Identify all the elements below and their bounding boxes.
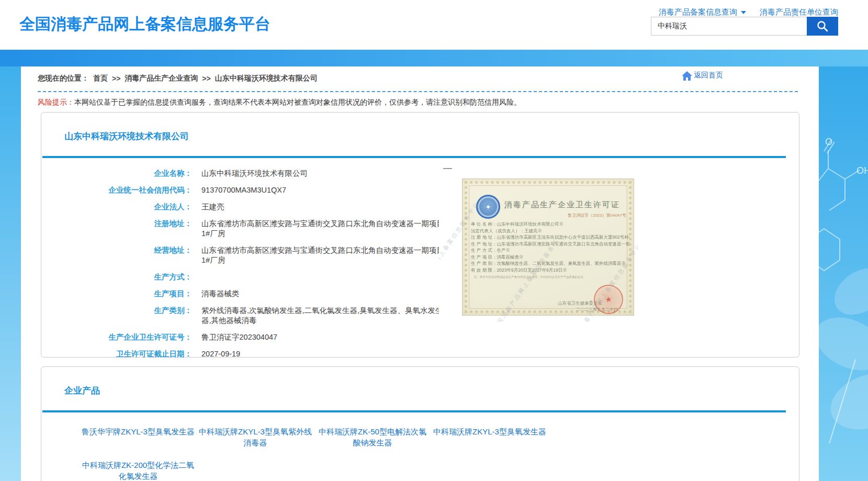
page: O OH 全国消毒产品网上备案信息服务平台 消毒产品备案信息查询 消毒产品责任单… (0, 0, 868, 481)
scan-artifact-dash (443, 168, 452, 169)
certificate-body-lines: 单 位 名 称：山东中科瑞沃环境技术有限公司※ 法定代表人（或负责人）：王建亮※… (471, 221, 629, 273)
product-link[interactable]: 中科瑞沃牌ZK-50型电解法次氯酸钠发生器 (315, 426, 430, 448)
field-row-legal-person: 企业法人： 王建亮 (41, 202, 799, 212)
certificate-line: 生 产 项 目：消毒器械类※ (471, 254, 629, 261)
field-row-registered-address: 注册地址： 山东省潍坊市高新区潍安路与宝通街交叉路口东北角自动变速器一期项目1#… (41, 219, 799, 239)
search-box (651, 17, 838, 36)
company-fields: 企业名称： 山东中科瑞沃环境技术有限公司 企业统一社会信用代码： 9137070… (41, 169, 799, 359)
header: 全国消毒产品网上备案信息服务平台 消毒产品备案信息查询 消毒产品责任单位查询 (0, 0, 868, 50)
nav-record-query-link[interactable]: 消毒产品备案信息查询 (659, 7, 746, 17)
left-background-strip (0, 66, 21, 481)
products-card-title: 企业产品 (64, 385, 799, 397)
product-link[interactable]: 中科瑞沃牌ZKYL-3型臭氧紫外线消毒器 (198, 426, 312, 448)
company-products-card: 企业产品 鲁沃华宇牌ZKYL-3型臭氧发生器 中科瑞沃牌ZKYL-3型臭氧紫外线… (41, 366, 799, 481)
chevron-down-icon (741, 11, 746, 14)
top-blue-bar (0, 50, 868, 66)
certificate-line: 生 产 类 别：次氯酸钠发生器、二氧化氯发生器、臭氧发生器、紫外线消毒器※ (471, 260, 629, 267)
breadcrumb-separator: >> (202, 74, 210, 83)
field-row-production-project: 生产项目： 消毒器械类 (41, 289, 799, 299)
certificate-number: 鲁卫消证字（2023）第04047号 (568, 212, 626, 218)
field-row-license-expiry: 卫生许可证截止日期： 2027-09-19 (41, 349, 799, 359)
breadcrumb-prefix: 您现在的位置： (38, 74, 89, 83)
certificate-note: 注：本许可证仅证明该企业生产条件符合卫生要求，不代表对企业生产产品质量的认证 (474, 275, 625, 279)
field-row-business-address: 经营地址： 山东省潍坊市高新区潍安路与宝通街交叉路口东北角自动变速器一期项目1#… (41, 245, 799, 265)
home-icon (681, 71, 693, 81)
field-row-production-method: 生产方式： (41, 272, 799, 282)
svg-text:OH: OH (856, 165, 868, 176)
svg-text:O: O (825, 137, 832, 147)
company-card-title: 山东中科瑞沃环境技术有限公司 (64, 130, 799, 142)
product-link[interactable]: 鲁沃华宇牌ZKYL-3型臭氧发生器 (81, 426, 195, 448)
risk-label: 风险提示： (38, 98, 74, 106)
product-link[interactable]: 中科瑞沃牌ZK-200型化学法二氧化氯发生器 (81, 460, 195, 481)
certificate-line: 单 位 名 称：山东中科瑞沃环境技术有限公司※ (471, 221, 629, 228)
certificate-line: 生 产 地 址：山东省潍坊市高新区潍安路与宝通街交叉路口东北角自动变速器一期项目… (471, 241, 629, 248)
nav-responsible-unit-query-link[interactable]: 消毒产品责任单位查询 (760, 7, 838, 17)
field-row-license-number: 生产企业卫生许可证号： 鲁卫消证字202304047 (41, 332, 799, 342)
product-list: 鲁沃华宇牌ZKYL-3型臭氧发生器 中科瑞沃牌ZKYL-3型臭氧紫外线消毒器 中… (81, 426, 799, 481)
certificate-scan: 全国消毒产品网上备案信息服务平台 全国消毒产品网上备案信息服务平台 全国消毒产品… (439, 165, 638, 322)
back-home-button[interactable]: 返回首页 (681, 71, 723, 81)
risk-notice: 风险提示：本网站仅基于已掌握的信息提供查询服务，查询结果不代表本网站对被查询对象… (38, 98, 521, 107)
certificate-line: 生 产 方 式：生产※ (471, 247, 629, 254)
breadcrumb: 您现在的位置： 首页 >> 消毒产品生产企业查询 >> 山东中科瑞沃环境技术有限… (38, 74, 318, 83)
top-nav: 消毒产品备案信息查询 消毒产品责任单位查询 (659, 7, 838, 17)
breadcrumb-separator: >> (112, 74, 120, 83)
certificate-title: 消毒产品生产企业卫生许可证 (504, 200, 620, 210)
search-input[interactable] (651, 17, 807, 36)
breadcrumb-current: 山东中科瑞沃环境技术有限公司 (215, 74, 318, 83)
certificate-line: 注 册 地 址：山东省潍坊市高新区玉清东街以北中心次干道以西高新大厦902号科研… (471, 234, 629, 241)
right-background-strip: O OH (819, 66, 868, 481)
hygiene-license-certificate: ✦ 消毒产品生产企业卫生许可证 鲁卫消证字（2023）第04047号 单 位 名… (462, 178, 634, 316)
product-link[interactable]: 中科瑞沃牌ZKYL-3型臭氧发生器 (433, 426, 547, 448)
search-icon (816, 20, 829, 32)
breadcrumb-category-link[interactable]: 消毒产品生产企业查询 (125, 74, 198, 83)
search-button[interactable] (807, 17, 838, 36)
breadcrumb-home-link[interactable]: 首页 (93, 74, 108, 83)
national-emblem-icon: ✦ (476, 195, 500, 219)
certificate-line: 法定代表人（或负责人）：王建亮※ (471, 228, 629, 234)
molecule-decoration: O OH (819, 66, 868, 481)
risk-text: 本网站仅基于已掌握的信息提供查询服务，查询结果不代表本网站对被查询对象信用状况的… (74, 98, 521, 106)
title-underline (42, 156, 786, 158)
company-info-card: 山东中科瑞沃环境技术有限公司 企业名称： 山东中科瑞沃环境技术有限公司 企业统一… (41, 112, 799, 357)
field-row-production-category: 生产类别： 紫外线消毒器,次氯酸钠发生器,二氧化氯发生器,臭氧发生器、臭氧水发生… (41, 306, 799, 326)
main-content: 您现在的位置： 首页 >> 消毒产品生产企业查询 >> 山东中科瑞沃环境技术有限… (21, 66, 819, 481)
field-row-company-name: 企业名称： 山东中科瑞沃环境技术有限公司 (41, 169, 799, 178)
field-row-credit-code: 企业统一社会信用代码： 91370700MA3M3U1QX7 (41, 185, 799, 195)
dashed-divider (38, 91, 798, 92)
site-title: 全国消毒产品网上备案信息服务平台 (19, 14, 270, 35)
certificate-line: 有 效 期 限：2023年9月20日至2027年9月19日※ (471, 267, 629, 274)
title-underline (42, 410, 786, 412)
